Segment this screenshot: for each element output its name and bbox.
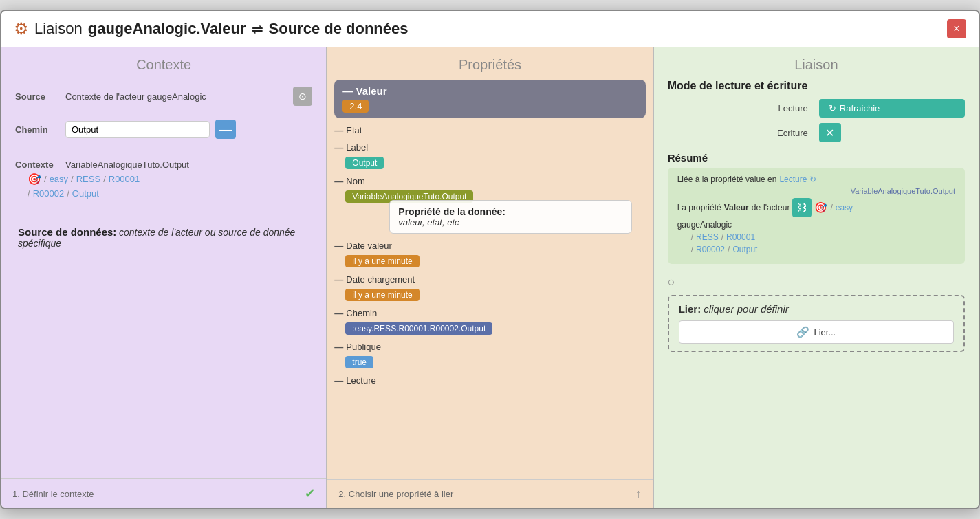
ecriture-label: Ecriture xyxy=(668,128,814,138)
resume-path-line: VariableAnalogiqueTuto.Output xyxy=(677,187,955,195)
chemin-row: Chemin — xyxy=(15,120,312,139)
ecriture-x-button[interactable]: ✕ xyxy=(819,123,841,142)
liaison-column: Liaison Mode de lecture et écriture Lect… xyxy=(654,47,979,508)
rafraichie-label: Rafraichie xyxy=(840,103,880,113)
prop-section-nom-title: — Nom xyxy=(334,173,645,189)
prop-section-date-valeur-title: — Date valeur xyxy=(334,238,645,254)
resume-bc-ress[interactable]: RESS xyxy=(696,232,719,242)
lier-button[interactable]: 🔗 Lier... xyxy=(679,320,954,344)
x-icon: ✕ xyxy=(825,126,834,140)
rafraichie-button[interactable]: ↻ Rafraichie xyxy=(819,99,965,118)
link-icon-button[interactable]: ⛓ xyxy=(792,198,812,217)
chemin-input[interactable] xyxy=(65,121,210,138)
close-button[interactable]: × xyxy=(947,19,966,38)
properties-column: Propriétés — Valeur 2.4 — Etat xyxy=(327,47,653,508)
context-header: Contexte xyxy=(1,47,326,80)
breadcrumb-sep1: / xyxy=(44,174,47,184)
source-row: Source Contexte de l'acteur gaugeAnalogi… xyxy=(15,87,312,106)
breadcrumb-sep5: / xyxy=(67,188,69,199)
breadcrumb-item-easy[interactable]: easy xyxy=(50,174,68,184)
resume-lecture-link[interactable]: Lecture xyxy=(779,175,807,184)
lier-section: ○ Lier: cliquer pour définir 🔗 Lier... xyxy=(668,275,965,352)
resume-bc-r00001[interactable]: R00001 xyxy=(726,232,755,242)
prop-section-date-chargement[interactable]: — Date chargement il y a une minute xyxy=(334,272,645,304)
prop-section-lecture[interactable]: — Lecture xyxy=(334,373,645,388)
resume-line1-text: Liée à la propriété value en xyxy=(677,175,777,184)
title-prefix: Liaison xyxy=(34,20,83,38)
lecture-label: Lecture xyxy=(668,103,814,113)
mode-title: Mode de lecture et écriture xyxy=(668,80,965,92)
prop-section-etat[interactable]: — Etat xyxy=(334,122,645,138)
prop-section-chemin[interactable]: — Chemin :easy.RESS.R00001.R00002.Output xyxy=(334,305,645,338)
breadcrumb-sep4: / xyxy=(28,188,30,199)
resume-path: VariableAnalogiqueTuto.Output xyxy=(851,187,955,195)
prop-badge-publique: true xyxy=(345,356,373,368)
prop-value-badge: 2.4 xyxy=(342,100,369,113)
lier-btn-icon: 🔗 xyxy=(796,326,809,338)
prop-selected-title: — Valeur xyxy=(342,85,637,97)
resume-property-text: La propriété xyxy=(677,203,721,212)
resume-bc-r00002[interactable]: R00002 xyxy=(696,245,725,254)
breadcrumb-item-output[interactable]: Output xyxy=(72,188,99,199)
resume-of-text2: l'acteur xyxy=(763,203,790,212)
minus-icon: — xyxy=(219,122,232,137)
check-icon: ✔ xyxy=(305,486,315,501)
lier-bold: Lier: xyxy=(679,303,701,315)
breadcrumb-item-r00002[interactable]: R00002 xyxy=(33,188,65,199)
resume-gaugeanalogic: gaugeAnalogic xyxy=(677,220,732,230)
prop-section-label[interactable]: — Label Output xyxy=(334,140,645,172)
breadcrumb-sep3: / xyxy=(103,174,106,184)
lier-btn-label: Lier... xyxy=(814,327,836,338)
prop-badge-date-valeur: il y a une minute xyxy=(345,255,419,267)
contexte-row: Contexte VariableAnalogiqueTuto.Output xyxy=(15,159,312,170)
prop-section-publique[interactable]: — Publique true xyxy=(334,339,645,371)
resume-line1: Liée à la propriété value en Lecture ↻ xyxy=(677,175,955,184)
lier-connector-icon: ○ xyxy=(668,275,675,289)
prop-section-label-title: — Label xyxy=(334,140,645,155)
liaison-body: Mode de lecture et écriture Lecture ↻ Ra… xyxy=(654,80,979,508)
resume-actor-name-line: gaugeAnalogic xyxy=(677,220,955,230)
resume-refresh-icon: ↻ xyxy=(809,175,816,184)
source-target-button[interactable]: ⊙ xyxy=(293,87,312,106)
resume-bc-sep1: / xyxy=(830,203,832,212)
annotation-area: — Etat — Label Output xyxy=(334,122,645,388)
breadcrumb-row2: / R00002 / Output xyxy=(15,188,312,199)
dialog-body: Contexte Source Contexte de l'acteur gau… xyxy=(1,47,979,508)
prop-section-date-valeur[interactable]: — Date valeur il y a une minute xyxy=(334,238,645,270)
title-bold: gaugeAnalogic.Valeur xyxy=(88,20,246,38)
breadcrumb-item-ress[interactable]: RESS xyxy=(76,174,100,184)
minus-button[interactable]: — xyxy=(215,120,236,139)
prop-selected[interactable]: — Valeur 2.4 xyxy=(334,80,645,118)
resume-actor-icon: 🎯 xyxy=(814,201,827,214)
resume-bc-output[interactable]: Output xyxy=(732,245,757,254)
prop-section-publique-title: — Publique xyxy=(334,339,645,355)
resume-bc-line2: / RESS / R00001 xyxy=(677,232,955,242)
rafraichie-icon: ↻ xyxy=(829,103,836,113)
breadcrumb-sep2: / xyxy=(71,174,74,184)
properties-footer: 2. Choisir une propriété à lier ↑ xyxy=(327,479,652,508)
contexte-label: Contexte xyxy=(15,159,60,170)
lier-italic: cliquer pour définir xyxy=(704,303,788,315)
properties-header: Propriétés xyxy=(327,47,652,80)
lier-dashed-box: Lier: cliquer pour définir 🔗 Lier... xyxy=(668,295,965,352)
resume-box: Liée à la propriété value en Lecture ↻ V… xyxy=(668,168,965,264)
context-column: Contexte Source Contexte de l'acteur gau… xyxy=(1,47,327,508)
source-label: Source xyxy=(15,91,60,102)
mode-grid: Lecture ↻ Rafraichie Ecriture ✕ xyxy=(668,99,965,142)
breadcrumb-item-r00001[interactable]: R00001 xyxy=(109,174,140,184)
resume-bc-easy[interactable]: easy xyxy=(836,203,853,212)
prop-section-date-chargement-title: — Date chargement xyxy=(334,272,645,287)
prop-badge-date-chargement: il y a une minute xyxy=(345,289,419,301)
prop-badge-output: Output xyxy=(345,157,384,169)
properties-body[interactable]: — Valeur 2.4 — Etat xyxy=(327,80,652,479)
lier-title: Lier: cliquer pour définir xyxy=(679,303,954,315)
breadcrumb-row: 🎯 / easy / RESS / R00001 xyxy=(15,173,312,186)
title-suffix: Source de données xyxy=(269,20,409,38)
dialog-title: ⚙ Liaison gaugeAnalogic.Valeur ⇌ Source … xyxy=(14,19,409,38)
context-footer-label: 1. Définir le contexte xyxy=(12,489,94,499)
context-body: Source Contexte de l'acteur gaugeAnalogi… xyxy=(1,80,326,478)
chemin-label: Chemin xyxy=(15,124,60,135)
prop-sections: — Etat — Label Output xyxy=(334,122,645,388)
context-footer: 1. Définir le contexte ✔ xyxy=(1,478,326,508)
target-icon: ⊙ xyxy=(298,91,307,102)
